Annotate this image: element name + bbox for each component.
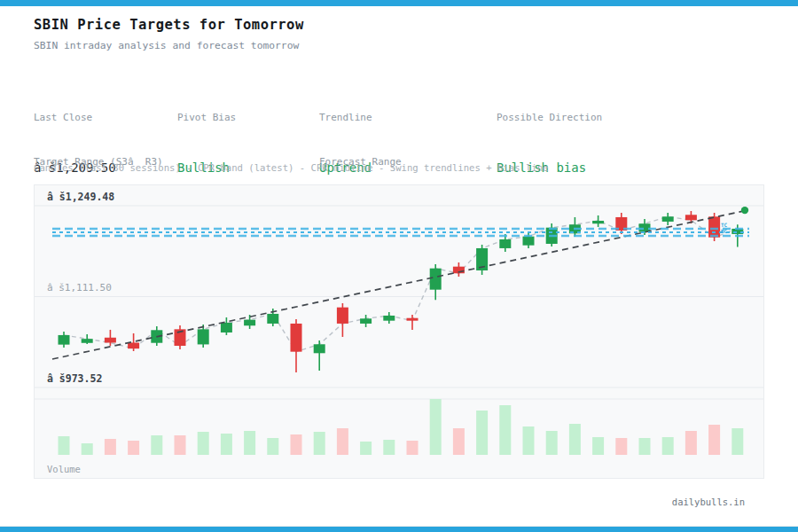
candlestick-chart: TCBCâ š1,249.48â š1,111.50â š973.52Volum… (35, 185, 763, 478)
volume-bar (685, 431, 697, 455)
price-axis-label: â š973.52 (47, 372, 102, 385)
volume-bar (639, 438, 651, 455)
price-axis-label: â š1,249.48 (47, 191, 114, 203)
cpr-tiny-label: TC (721, 222, 728, 228)
candle-body (708, 216, 720, 237)
volume-bar (314, 432, 325, 455)
volume-bar (476, 411, 488, 455)
stat-label: Last Close (34, 113, 116, 122)
volume-bar (244, 431, 255, 455)
volume-bar (592, 437, 604, 455)
chart-panel: TCBCâ š1,249.48â š1,111.50â š973.52Volum… (34, 184, 764, 479)
candle-body (383, 316, 395, 321)
volume-bar (615, 438, 627, 455)
candle-body (662, 216, 674, 222)
candle-body (499, 239, 511, 248)
candle-body (360, 318, 372, 324)
volume-bar (732, 428, 743, 455)
footer-brand: dailybulls.in (672, 497, 745, 507)
volume-bar (430, 399, 442, 455)
price-axis-label: â š1,111.50 (47, 282, 112, 293)
candle-body (407, 318, 419, 321)
candle-body (128, 342, 139, 348)
bias-line-end-dot (741, 207, 748, 214)
candle-body (82, 339, 93, 343)
candle-body (267, 314, 278, 324)
candle-body (314, 344, 325, 353)
volume-bar (198, 432, 209, 455)
volume-bar (407, 441, 419, 455)
candle-body (105, 338, 116, 343)
candle-body (291, 324, 302, 352)
volume-bar (105, 439, 116, 455)
volume-bar (360, 442, 372, 455)
stat-label: Possible Direction (497, 113, 602, 122)
chart-caption: Candles (last 30 sessions) - CPR band (l… (34, 162, 548, 173)
volume-bar (499, 405, 511, 455)
candle-body (198, 329, 209, 344)
candle-body (337, 308, 348, 324)
volume-bar (128, 441, 139, 455)
volume-bar (708, 425, 720, 455)
stat-label: Trendline (319, 113, 372, 122)
volume-bar (569, 424, 581, 455)
candle-body (430, 269, 442, 290)
volume-bar (453, 428, 465, 455)
candle-body (59, 335, 70, 345)
volume-axis-label: Volume (47, 464, 81, 474)
volume-bar (383, 440, 395, 455)
page-subtitle: SBIN intraday analysis and forecast tomo… (34, 40, 299, 51)
volume-bar (59, 436, 70, 455)
volume-bar (662, 437, 674, 455)
bottom-accent-bar (0, 527, 798, 532)
page-title: SBIN Price Targets for Tomorrow (34, 17, 304, 33)
cpr-tiny-label: BC (721, 228, 728, 234)
volume-bar (291, 434, 302, 455)
volume-bar (151, 435, 162, 455)
volume-bar (337, 428, 348, 455)
candle-body (685, 215, 697, 220)
volume-bar (221, 434, 232, 455)
candle-body (523, 237, 535, 246)
volume-bar (546, 431, 558, 455)
candle-body (221, 323, 232, 332)
page: SBIN Price Targets for Tomorrow SBIN int… (0, 0, 798, 532)
top-accent-bar (0, 0, 798, 6)
volume-bar (175, 435, 186, 455)
volume-bar (523, 426, 535, 455)
volume-bar (267, 438, 278, 455)
stat-label: Pivot Bias (177, 113, 236, 122)
volume-bar (82, 443, 93, 455)
candle-body (592, 221, 604, 223)
candle-body (244, 320, 255, 326)
